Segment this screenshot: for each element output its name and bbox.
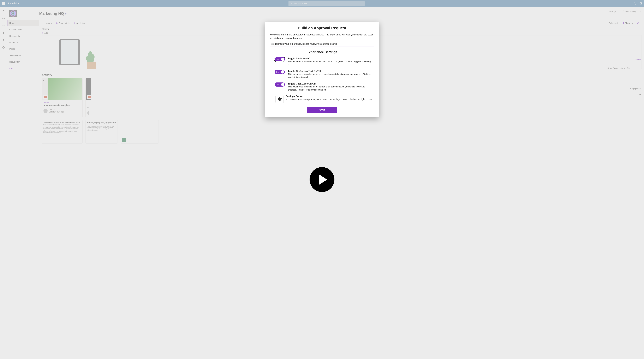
setting-desc: This experience includes on-screen narra…: [288, 73, 374, 79]
setting-title: Toggle On-Screen Text On/Off: [288, 70, 374, 73]
setting-desc: This experience includes an on-screen cl…: [288, 85, 374, 91]
gear-icon: [277, 97, 282, 101]
setting-text: Toggle On-Screen Text On/Off This experi…: [288, 70, 374, 79]
experience-settings-heading: Experience Settings: [270, 50, 374, 54]
start-button[interactable]: Start: [307, 107, 337, 113]
toggle-audio[interactable]: On: [274, 57, 285, 61]
setting-audio: On Toggle Audio On/Off This experience i…: [270, 57, 374, 66]
toggle-state-label: On: [276, 71, 278, 73]
modal-customize: To customize your experience, please rev…: [270, 43, 374, 45]
setting-title: Toggle Click Zone On/Off: [288, 83, 374, 85]
setting-title: Toggle Audio On/Off: [288, 57, 374, 60]
play-video-button[interactable]: [310, 167, 334, 192]
modal-intro: Welcome to the Build an Approval Request…: [270, 33, 374, 40]
toggle-click-zone[interactable]: On: [274, 83, 285, 87]
modal-title: Build an Approval Request: [270, 26, 374, 30]
play-icon: [319, 174, 327, 185]
toggle-state-label: On: [276, 58, 278, 61]
toggle-knob: [281, 58, 284, 61]
settings-button-preview: [276, 95, 284, 103]
toggle-knob: [281, 83, 284, 86]
accent-divider: [270, 46, 374, 47]
simlab-modal: Build an Approval Request Welcome to the…: [265, 22, 379, 117]
setting-desc: This experience includes audio narration…: [288, 60, 374, 66]
setting-text: Settings Button To change these settings…: [286, 95, 372, 101]
setting-clickzone: On Toggle Click Zone On/Off This experie…: [270, 83, 374, 91]
setting-text: Toggle Audio On/Off This experience incl…: [288, 57, 374, 66]
setting-desc: To change these settings at any time, se…: [286, 98, 372, 101]
setting-text: Toggle Click Zone On/Off This experience…: [288, 83, 374, 91]
setting-title: Settings Button: [286, 95, 372, 98]
toggle-knob: [281, 70, 284, 74]
toggle-onscreen-text[interactable]: On: [274, 70, 285, 74]
setting-onscreen: On Toggle On-Screen Text On/Off This exp…: [270, 70, 374, 79]
toggle-state-label: On: [276, 84, 278, 86]
setting-settingsbtn: Settings Button To change these settings…: [270, 95, 374, 103]
